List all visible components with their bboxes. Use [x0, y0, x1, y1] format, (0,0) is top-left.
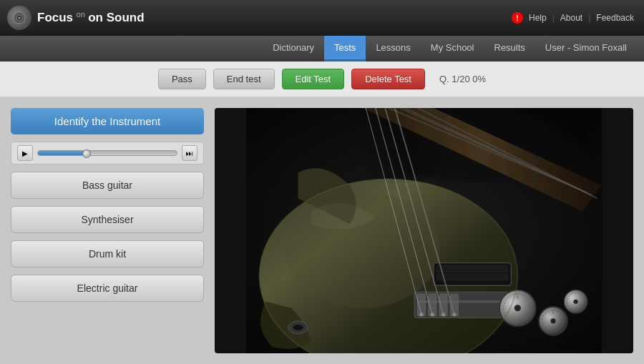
answer-drum-kit[interactable]: Drum kit [11, 240, 204, 267]
svg-point-34 [550, 318, 555, 323]
play-button[interactable]: ▶ [17, 145, 33, 161]
svg-point-30 [514, 305, 521, 311]
skip-icon: ⏭ [186, 149, 193, 157]
logo-area: Focus on on Sound [7, 6, 145, 30]
answer-bass-guitar[interactable]: Bass guitar [11, 172, 204, 199]
left-panel: Identify the Instrument ▶ ⏭ Bass guitar … [11, 108, 204, 353]
delete-test-button[interactable]: Delete Test [351, 69, 425, 89]
play-icon: ▶ [22, 149, 28, 157]
end-test-button[interactable]: End test [213, 69, 275, 89]
help-badge-icon: ! [512, 12, 523, 24]
main-content: Identify the Instrument ▶ ⏭ Bass guitar … [0, 97, 644, 364]
svg-point-40 [293, 324, 303, 330]
svg-point-20 [419, 313, 423, 316]
question-counter: Q. 1/20 0% [439, 74, 486, 84]
svg-point-38 [573, 300, 577, 304]
nav-results[interactable]: Results [484, 36, 535, 62]
nav-lessons[interactable]: Lessons [366, 36, 420, 62]
svg-rect-12 [437, 265, 508, 272]
feedback-link[interactable]: Feedback [593, 11, 637, 24]
answer-synthesiser[interactable]: Synthesiser [11, 206, 204, 233]
audio-progress-bar[interactable] [37, 150, 177, 156]
nav-dictionary[interactable]: Dictionary [263, 36, 324, 62]
logo-secondary: on Sound [88, 11, 144, 25]
guitar-image [215, 108, 633, 353]
top-bar: Focus on on Sound ! Help | About | Feedb… [0, 0, 644, 36]
edit-test-button[interactable]: Edit Test [282, 69, 345, 89]
help-link[interactable]: Help [526, 11, 550, 24]
audio-progress-fill [38, 151, 87, 155]
instrument-image-panel [215, 108, 633, 353]
audio-player: ▶ ⏭ [11, 142, 204, 164]
svg-point-2 [19, 17, 21, 19]
skip-button[interactable]: ⏭ [182, 145, 197, 161]
svg-rect-13 [437, 274, 508, 280]
pass-button[interactable]: Pass [158, 69, 206, 89]
logo-text: Focus on on Sound [37, 10, 145, 25]
action-bar: Pass End test Edit Test Delete Test Q. 1… [0, 62, 644, 97]
nav-user[interactable]: User - Simon Foxall [535, 36, 637, 62]
nav-my-school[interactable]: My School [421, 36, 484, 62]
nav-bar: Dictionary Tests Lessons My School Resul… [0, 36, 644, 62]
nav-tests[interactable]: Tests [324, 36, 366, 62]
about-link[interactable]: About [557, 11, 585, 24]
top-right-links: ! Help | About | Feedback [512, 11, 637, 24]
answer-electric-guitar[interactable]: Electric guitar [11, 275, 204, 302]
audio-progress-knob[interactable] [82, 149, 91, 158]
logo-icon [7, 6, 31, 30]
question-title: Identify the Instrument [11, 108, 204, 134]
logo-main: Focus [37, 11, 73, 25]
